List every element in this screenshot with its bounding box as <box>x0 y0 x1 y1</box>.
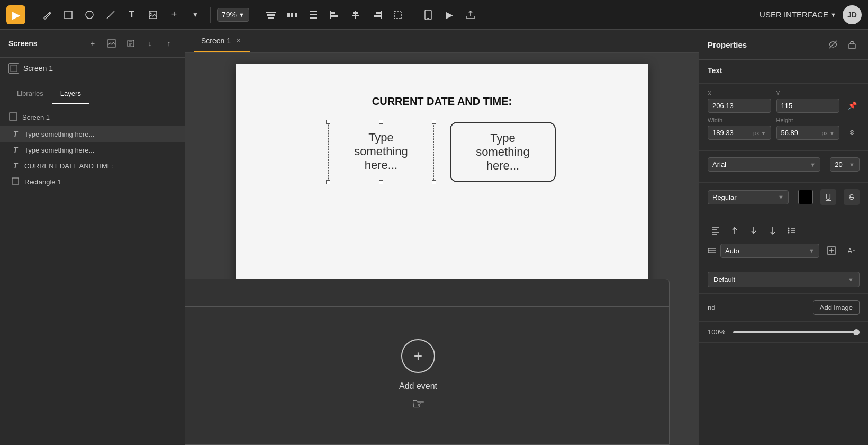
canvas-tab-label: Screen 1 <box>201 37 231 45</box>
scale-tool[interactable] <box>390 6 406 23</box>
height-input[interactable]: 56.89 px ▼ <box>776 126 840 140</box>
align-hor-tool[interactable] <box>263 6 279 23</box>
layer-item-screen1[interactable]: Screen 1 <box>0 109 185 126</box>
layer-item-text1[interactable]: T Type something here... <box>0 126 185 142</box>
align-center-tool[interactable] <box>347 6 364 23</box>
interaction-chevron-icon: ▼ <box>848 277 854 283</box>
x-input[interactable]: 206.13 <box>708 99 771 113</box>
image-tool-button[interactable] <box>144 6 161 23</box>
y-input[interactable]: 115 <box>776 99 840 113</box>
svg-rect-38 <box>849 44 855 49</box>
play-button[interactable]: ▶ <box>441 6 458 23</box>
mobile-preview-button[interactable] <box>420 6 437 23</box>
align-center-v-button[interactable] <box>746 222 762 238</box>
strikethrough-button[interactable]: S <box>844 189 860 205</box>
hide-props-button[interactable] <box>826 37 840 52</box>
align-top-button[interactable] <box>727 222 743 238</box>
pen-tool-button[interactable] <box>39 6 56 23</box>
spacing-input[interactable]: Auto ▼ <box>720 244 819 258</box>
add-image-button[interactable]: Add image <box>813 300 860 315</box>
distribute-hor-tool[interactable] <box>284 6 301 23</box>
width-unit-chevron-icon: ▼ <box>761 130 766 136</box>
opacity-slider[interactable] <box>733 331 860 333</box>
width-field: Width 189.33 px ▼ <box>708 117 771 140</box>
font-style-select[interactable]: Regular ▼ <box>708 190 789 204</box>
font-family-select[interactable]: Arial ▼ <box>708 157 820 172</box>
add-tool-button[interactable]: + <box>166 6 183 23</box>
canvas-tab-close-button[interactable]: ✕ <box>234 37 242 45</box>
project-name-label: USER INTERFACE <box>760 10 828 19</box>
canvas-tab-screen1[interactable]: Screen 1 ✕ <box>194 30 250 52</box>
cursor-tool-button[interactable]: ▶ <box>6 5 25 24</box>
align-right-tool[interactable] <box>368 6 385 23</box>
svg-point-48 <box>788 230 790 232</box>
properties-header: Properties <box>699 30 868 60</box>
font-family-chevron-icon: ▼ <box>810 162 816 168</box>
layers-tab[interactable]: Layers <box>52 84 89 104</box>
layer-item-text2[interactable]: T Type something here... <box>0 142 185 158</box>
import-screen-button[interactable] <box>123 36 138 51</box>
underline-button[interactable]: U <box>820 189 836 205</box>
canvas-input-box-2[interactable]: Type something here... <box>450 122 556 182</box>
list-button[interactable] <box>784 222 800 238</box>
zoom-select[interactable]: 79% ▼ <box>217 8 249 22</box>
align-left-tool[interactable] <box>326 6 343 23</box>
handle-tl <box>326 120 330 124</box>
screen-item-1[interactable]: Screen 1 <box>0 58 185 79</box>
opacity-thumb[interactable] <box>853 329 860 335</box>
link-dimensions-button[interactable] <box>845 125 860 140</box>
opacity-section: 100% <box>699 322 868 343</box>
layer-item-rect1[interactable]: Rectangle 1 <box>0 174 185 190</box>
text-transform-button[interactable]: A↑ <box>844 243 860 259</box>
svg-rect-28 <box>11 65 17 72</box>
line-tool-button[interactable] <box>102 6 119 23</box>
toolbar-right: USER INTERFACE ▼ JD <box>760 5 862 24</box>
layer-item-text3[interactable]: T CURRENT DATE AND TIME: <box>0 158 185 174</box>
style-row: Regular ▼ U S <box>708 189 860 205</box>
font-size-chevron-icon: ▼ <box>849 162 855 168</box>
svg-rect-22 <box>381 11 382 19</box>
rect-tool-button[interactable] <box>60 6 77 23</box>
canvas-content: CURRENT DATE AND TIME: Type something he… <box>185 53 699 445</box>
text-layer-icon-2: T <box>11 146 20 154</box>
main-area: Screens + ↓ ↑ Screen 1 <box>0 30 868 445</box>
pin-button[interactable]: 📌 <box>845 98 860 113</box>
canvas-input-box-1[interactable]: Type something here... <box>328 122 434 181</box>
zoom-value: 79% <box>222 11 237 19</box>
y-label: Y <box>776 90 840 96</box>
add-screen-button[interactable]: + <box>85 36 100 51</box>
handle-bm <box>379 180 383 184</box>
align-bottom-button[interactable] <box>765 222 781 238</box>
libraries-tab[interactable]: Libraries <box>8 84 52 104</box>
font-color-swatch[interactable] <box>798 190 813 204</box>
sort-down-button[interactable]: ↓ <box>142 36 157 51</box>
y-value: 115 <box>781 102 793 110</box>
lock-props-button[interactable] <box>845 37 860 52</box>
project-name-button[interactable]: USER INTERFACE ▼ <box>760 10 836 19</box>
top-toolbar: ▶ T + ▼ 79% ▼ <box>0 0 868 30</box>
avatar[interactable]: JD <box>843 5 862 24</box>
line-spacing-icon <box>708 246 716 255</box>
text-layer-icon-1: T <box>11 130 20 138</box>
add-event-circle-button[interactable]: + <box>401 339 435 373</box>
align-vert-tool[interactable] <box>305 6 322 23</box>
handle-bl <box>326 180 330 184</box>
resize-text-button[interactable] <box>824 243 839 259</box>
svg-rect-3 <box>149 11 157 19</box>
font-row: Arial ▼ 20 ▼ <box>708 157 860 172</box>
width-input[interactable]: 189.33 px ▼ <box>708 126 771 140</box>
share-button[interactable] <box>462 6 479 23</box>
screen-item-icon <box>8 63 19 74</box>
align-left-button[interactable] <box>708 222 724 238</box>
interaction-select[interactable]: Default ▼ <box>708 272 860 287</box>
x-value: 206.13 <box>712 102 734 110</box>
text-tool-button[interactable]: T <box>123 6 140 23</box>
add-chevron-button[interactable]: ▼ <box>187 6 204 23</box>
handle-br <box>432 180 436 184</box>
add-image-screen-button[interactable] <box>104 36 119 51</box>
layer-text1-name: Type something here... <box>24 130 176 138</box>
sort-up-button[interactable]: ↑ <box>161 36 176 51</box>
font-size-select[interactable]: 20 ▼ <box>830 157 860 172</box>
circle-tool-button[interactable] <box>81 6 98 23</box>
svg-point-46 <box>788 228 790 229</box>
